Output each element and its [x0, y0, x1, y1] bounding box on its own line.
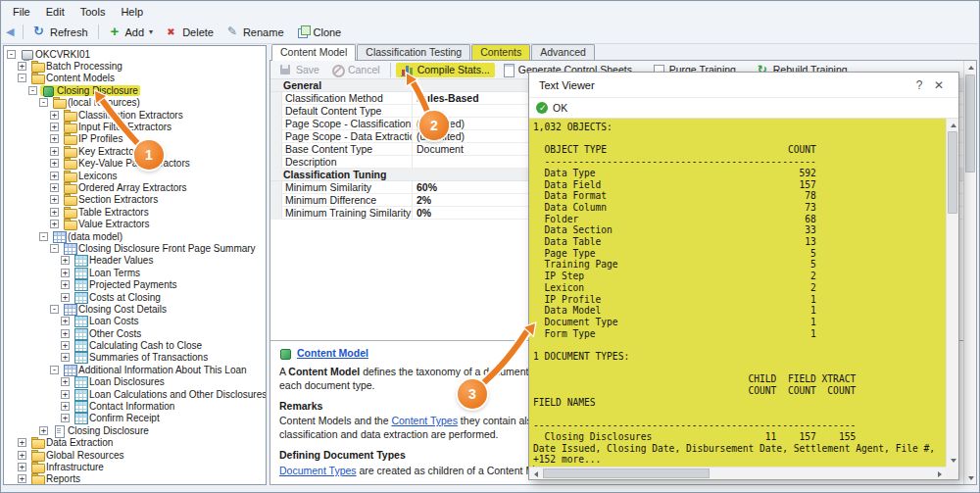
- scrollbar-thumb[interactable]: [948, 131, 957, 214]
- tree-item-data-model[interactable]: -(data model): [4, 230, 266, 242]
- help-link[interactable]: Content Types: [391, 415, 458, 426]
- menu-tools[interactable]: Tools: [73, 4, 114, 20]
- tab-contents[interactable]: Contents: [471, 44, 530, 60]
- expand-toggle-icon[interactable]: +: [50, 134, 59, 143]
- collapse-toggle-icon[interactable]: -: [7, 50, 16, 59]
- expand-toggle-icon[interactable]: +: [61, 256, 70, 265]
- tree-item-additional-information-about-this-loan[interactable]: -Additional Information About This Loan: [4, 364, 266, 375]
- clone-button[interactable]: Clone: [291, 24, 348, 40]
- expand-toggle-icon[interactable]: +: [39, 426, 48, 435]
- tree-item-loan-costs[interactable]: +Loan Costs: [4, 316, 266, 327]
- expand-toggle-icon[interactable]: +: [18, 451, 26, 460]
- menu-file[interactable]: File: [5, 4, 38, 20]
- tree-item-contact-information[interactable]: +Contact Information: [4, 400, 266, 412]
- expand-toggle-icon[interactable]: +: [61, 377, 70, 386]
- ok-button[interactable]: OK: [553, 102, 567, 114]
- tree-item-calculating-cash-to-close[interactable]: +Calculating Cash to Close: [4, 339, 266, 351]
- panel-scrollbar[interactable]: [963, 61, 976, 484]
- dialog-close-button[interactable]: ✕: [929, 78, 949, 92]
- tree-item-loan-disclosures[interactable]: +Loan Disclosures: [4, 376, 266, 388]
- expand-toggle-icon[interactable]: +: [50, 123, 59, 131]
- tree-item-closing-disclosure[interactable]: +Closing Disclosure: [4, 424, 266, 436]
- tree-item-data-extraction[interactable]: +Data Extraction: [4, 437, 266, 449]
- help-title-link[interactable]: Content Model: [297, 347, 368, 361]
- expand-toggle-icon[interactable]: +: [61, 414, 70, 422]
- scroll-down-icon[interactable]: [947, 454, 959, 467]
- tree-item-costs-at-closing[interactable]: +Costs at Closing: [4, 291, 266, 303]
- expand-toggle-icon[interactable]: +: [61, 402, 70, 411]
- tab-classification-testing[interactable]: Classification Testing: [357, 44, 470, 60]
- dialog-titlebar[interactable]: Text Viewer ? ✕: [529, 73, 958, 98]
- expand-toggle-icon[interactable]: +: [61, 293, 70, 302]
- scroll-down-icon[interactable]: [964, 471, 977, 484]
- expand-toggle-icon[interactable]: +: [61, 317, 70, 325]
- expand-toggle-icon[interactable]: +: [18, 438, 26, 447]
- tree-item-infrastructure[interactable]: +Infrastructure: [4, 461, 266, 472]
- tree-item-ip-profiles[interactable]: +IP Profiles: [4, 133, 266, 145]
- add-button[interactable]: Add▾: [103, 24, 160, 40]
- tree-item-closing-cost-details[interactable]: -Closing Cost Details: [4, 303, 266, 315]
- tree-item-section-extractors[interactable]: +Section Extractors: [4, 194, 266, 206]
- dropdown-caret-icon[interactable]: ▾: [149, 27, 153, 36]
- expand-toggle-icon[interactable]: +: [50, 147, 59, 156]
- tree-item-global-resources[interactable]: +Global Resources: [4, 449, 266, 461]
- tree-item-classification-extractors[interactable]: +Classification Extractors: [4, 109, 266, 121]
- tree-item-projected-payments[interactable]: +Projected Payments: [4, 278, 266, 290]
- scrollbar-thumb[interactable]: [543, 468, 710, 478]
- back-icon[interactable]: [6, 25, 19, 38]
- expand-toggle-icon[interactable]: +: [61, 353, 70, 362]
- expand-toggle-icon[interactable]: +: [50, 159, 59, 168]
- tab-advanced[interactable]: Advanced: [531, 44, 595, 60]
- expand-toggle-icon[interactable]: +: [18, 463, 26, 471]
- expand-toggle-icon[interactable]: +: [61, 329, 70, 338]
- expand-toggle-icon[interactable]: +: [50, 220, 59, 228]
- tree-item-other-costs[interactable]: +Other Costs: [4, 327, 266, 339]
- dialog-help-button[interactable]: ?: [909, 78, 929, 92]
- delete-button[interactable]: Delete: [160, 24, 220, 40]
- collapse-toggle-icon[interactable]: -: [50, 366, 59, 374]
- scroll-up-icon[interactable]: [947, 119, 959, 131]
- compile-stats-button[interactable]: Compile Stats...: [396, 63, 495, 77]
- scroll-right-icon[interactable]: [933, 468, 946, 480]
- expand-toggle-icon[interactable]: +: [18, 474, 26, 483]
- tree-item-local-resources[interactable]: -(local resources): [4, 97, 266, 109]
- scroll-up-icon[interactable]: [964, 61, 977, 74]
- tree-item-content-models[interactable]: -Content Models: [4, 73, 266, 84]
- collapse-toggle-icon[interactable]: -: [28, 86, 37, 95]
- tree-item-table-extractors[interactable]: +Table Extractors: [4, 206, 266, 218]
- tree-item-okcvrki01[interactable]: -OKCVRKI01: [4, 48, 266, 60]
- text-viewer-content[interactable]: 1,032 OBJECTS: OBJECT TYPE COUNT -------…: [529, 119, 946, 467]
- expand-toggle-icon[interactable]: +: [61, 280, 70, 289]
- scrollbar-thumb[interactable]: [965, 74, 975, 173]
- menu-help[interactable]: Help: [113, 4, 151, 20]
- tree-item-ordered-array-extractors[interactable]: +Ordered Array Extractors: [4, 181, 266, 193]
- rename-button[interactable]: Rename: [220, 24, 290, 40]
- viewer-horizontal-scrollbar[interactable]: [529, 467, 946, 479]
- expand-toggle-icon[interactable]: +: [50, 183, 59, 192]
- tree-item-confirm-receipt[interactable]: +Confirm Receipt: [4, 413, 266, 424]
- expand-toggle-icon[interactable]: +: [50, 172, 59, 180]
- collapse-toggle-icon[interactable]: -: [18, 74, 26, 82]
- expand-toggle-icon[interactable]: +: [50, 208, 59, 217]
- expand-toggle-icon[interactable]: +: [61, 390, 70, 399]
- help-link[interactable]: Document Types: [279, 465, 357, 476]
- viewer-vertical-scrollbar[interactable]: [946, 119, 958, 467]
- tree-item-header-values[interactable]: +Header Values: [4, 255, 266, 267]
- tree-item-closing-disclosure[interactable]: -Closing Disclosure: [4, 84, 266, 96]
- tree-item-batch-processing[interactable]: +Batch Processing: [4, 60, 266, 72]
- expand-toggle-icon[interactable]: +: [50, 111, 59, 120]
- expand-toggle-icon[interactable]: +: [61, 341, 70, 350]
- refresh-button[interactable]: Refresh: [27, 24, 94, 40]
- expand-toggle-icon[interactable]: +: [61, 269, 70, 277]
- collapse-toggle-icon[interactable]: -: [39, 98, 48, 107]
- scroll-left-icon[interactable]: [529, 468, 542, 480]
- tree-item-reports[interactable]: +Reports: [4, 473, 266, 485]
- menu-edit[interactable]: Edit: [38, 4, 73, 20]
- tree-item-closing-disclosure-front-page-summary[interactable]: -Closing Disclosure Front Page Summary: [4, 242, 266, 254]
- tab-content-model[interactable]: Content Model: [271, 44, 356, 61]
- tree-item-loan-calculations-and-other-disclosures[interactable]: +Loan Calculations and Other Disclosures: [4, 388, 266, 400]
- expand-toggle-icon[interactable]: +: [18, 62, 26, 71]
- tree-item-value-extractors[interactable]: +Value Extractors: [4, 218, 266, 229]
- tree-item-loan-terms[interactable]: +Loan Terms: [4, 267, 266, 278]
- collapse-toggle-icon[interactable]: -: [50, 305, 59, 314]
